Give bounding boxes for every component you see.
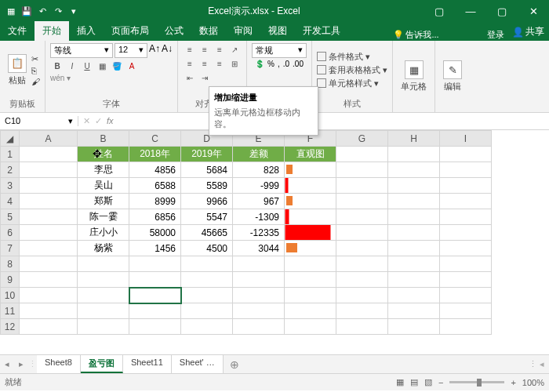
row-header-11[interactable]: 11 xyxy=(1,303,20,319)
decrease-decimal-icon[interactable]: .00 xyxy=(293,60,304,68)
format-table-button[interactable]: 套用表格格式▾ xyxy=(317,64,387,77)
editing-button[interactable]: ✎编辑 xyxy=(440,59,465,94)
cell-y18[interactable]: 58000 xyxy=(129,225,181,241)
data-header[interactable]: 直观图 xyxy=(285,147,336,162)
sheet-nav-next[interactable]: ▸ xyxy=(14,359,28,369)
view-break-icon[interactable]: ▧ xyxy=(424,377,432,387)
cell-y19[interactable]: 4500 xyxy=(181,241,233,256)
tab-审阅[interactable]: 审阅 xyxy=(226,21,260,41)
format-painter-button[interactable]: 🖌 xyxy=(31,77,40,86)
cell-y19[interactable]: 5684 xyxy=(181,162,233,178)
spreadsheet-grid[interactable]: ◢ABCDEFGHI1姓名2018年2019年差额直观图2 李思 4856 56… xyxy=(0,130,549,354)
cell-name[interactable]: 陈一霎 xyxy=(78,209,129,225)
col-header-G[interactable]: G xyxy=(336,131,388,147)
bold-button[interactable]: B xyxy=(50,60,64,72)
decrease-font-icon[interactable]: A↓ xyxy=(162,43,173,58)
cell-styles-button[interactable]: 单元格样式▾ xyxy=(317,77,387,90)
cell-bar[interactable] xyxy=(285,178,336,194)
qat-dropdown-icon[interactable]: ▾ xyxy=(67,5,80,17)
copy-button[interactable]: ⎘ xyxy=(31,66,40,75)
font-color-button[interactable]: A xyxy=(125,60,139,72)
tab-scroll-icon[interactable]: ⋮ ◂ xyxy=(524,359,549,369)
fx-icon[interactable]: fx xyxy=(107,116,114,126)
tab-页面布局[interactable]: 页面布局 xyxy=(104,21,157,41)
cells-button[interactable]: ▦单元格 xyxy=(398,59,430,94)
align-left-icon[interactable]: ≡ xyxy=(183,57,197,70)
cell-y18[interactable]: 6856 xyxy=(129,209,181,225)
cell-name[interactable]: 郑斯 xyxy=(78,194,129,209)
align-bottom-icon[interactable]: ≡ xyxy=(213,43,227,56)
cell-name[interactable]: 庄小小 xyxy=(78,225,129,241)
cell-diff[interactable]: 828 xyxy=(233,162,285,178)
paste-button[interactable]: 📋 粘贴 xyxy=(5,53,30,88)
col-header-B[interactable]: B xyxy=(78,131,129,147)
increase-decimal-icon[interactable]: .0 xyxy=(283,60,289,68)
tab-开始[interactable]: 开始 xyxy=(35,21,69,41)
phonetic-button[interactable]: wén ▾ xyxy=(50,74,71,82)
cut-button[interactable]: ✂ xyxy=(31,54,40,64)
add-sheet-button[interactable]: ⊕ xyxy=(224,358,245,371)
tab-公式[interactable]: 公式 xyxy=(157,21,191,41)
share-button[interactable]: 👤共享 xyxy=(507,23,549,41)
cell-y19[interactable]: 5547 xyxy=(181,209,233,225)
view-layout-icon[interactable]: ▤ xyxy=(410,377,418,387)
underline-button[interactable]: U xyxy=(80,60,94,72)
row-header-2[interactable]: 2 xyxy=(1,162,20,178)
data-header[interactable]: 2018年 xyxy=(129,147,181,162)
cell-bar[interactable] xyxy=(285,209,336,225)
cell-y19[interactable]: 45665 xyxy=(181,225,233,241)
zoom-out-icon[interactable]: − xyxy=(438,378,443,387)
cell-diff[interactable]: -1309 xyxy=(233,209,285,225)
row-header-6[interactable]: 6 xyxy=(1,225,20,241)
cell-diff[interactable]: -12335 xyxy=(233,225,285,241)
cell-y18[interactable]: 6588 xyxy=(129,178,181,194)
maximize-icon[interactable]: ▢ xyxy=(486,0,518,22)
tab-文件[interactable]: 文件 xyxy=(0,21,35,41)
cell-diff[interactable]: -999 xyxy=(233,178,285,194)
sheet-tab-2[interactable]: Sheet11 xyxy=(123,355,172,373)
fill-color-button[interactable]: 🪣 xyxy=(110,60,124,72)
cell-diff[interactable]: 967 xyxy=(233,194,285,209)
number-format-select[interactable]: 常规▾ xyxy=(252,43,307,58)
align-middle-icon[interactable]: ≡ xyxy=(198,43,212,56)
select-all[interactable]: ◢ xyxy=(1,131,20,147)
row-header-12[interactable]: 12 xyxy=(1,319,20,335)
font-name-select[interactable]: 等线▾ xyxy=(50,43,113,58)
cell-y19[interactable]: 9966 xyxy=(181,194,233,209)
close-icon[interactable]: ✕ xyxy=(518,0,549,22)
currency-button[interactable]: 💲 xyxy=(255,60,264,68)
tab-插入[interactable]: 插入 xyxy=(69,21,104,41)
col-header-C[interactable]: C xyxy=(129,131,181,147)
cell-bar[interactable] xyxy=(285,162,336,178)
redo-icon[interactable]: ↷ xyxy=(52,5,64,17)
tab-开发工具[interactable]: 开发工具 xyxy=(295,21,348,41)
align-top-icon[interactable]: ≡ xyxy=(183,43,197,56)
decrease-indent-icon[interactable]: ⇤ xyxy=(183,71,197,84)
row-header-8[interactable]: 8 xyxy=(1,256,20,272)
cell-bar[interactable] xyxy=(285,241,336,256)
name-box[interactable]: C10▾ xyxy=(0,116,78,126)
cell-name[interactable]: 杨紫 xyxy=(78,241,129,256)
minimize-icon[interactable]: — xyxy=(455,0,486,22)
cell-name[interactable]: 吴山 xyxy=(78,178,129,194)
orientation-icon[interactable]: ↗ xyxy=(227,43,242,56)
ribbon-options-icon[interactable]: ▢ xyxy=(424,0,455,22)
align-right-icon[interactable]: ≡ xyxy=(213,57,227,70)
data-header[interactable]: 姓名 xyxy=(78,147,129,162)
tab-视图[interactable]: 视图 xyxy=(260,21,295,41)
italic-button[interactable]: I xyxy=(65,60,79,72)
tell-me[interactable]: 💡告诉我... xyxy=(390,29,442,41)
zoom-level[interactable]: 100% xyxy=(522,378,544,387)
zoom-slider[interactable] xyxy=(449,381,504,383)
font-size-select[interactable]: 12▾ xyxy=(115,43,147,58)
data-header[interactable]: 2019年 xyxy=(181,147,233,162)
row-header-9[interactable]: 9 xyxy=(1,272,20,288)
row-header-10[interactable]: 10 xyxy=(1,288,20,303)
row-header-3[interactable]: 3 xyxy=(1,178,20,194)
cell-name[interactable]: 李思 xyxy=(78,162,129,178)
row-header-4[interactable]: 4 xyxy=(1,194,20,209)
cell-y18[interactable]: 8999 xyxy=(129,194,181,209)
sheet-tab-3[interactable]: Sheet' … xyxy=(172,355,224,373)
cell-bar[interactable] xyxy=(285,225,336,241)
cell-y18[interactable]: 1456 xyxy=(129,241,181,256)
